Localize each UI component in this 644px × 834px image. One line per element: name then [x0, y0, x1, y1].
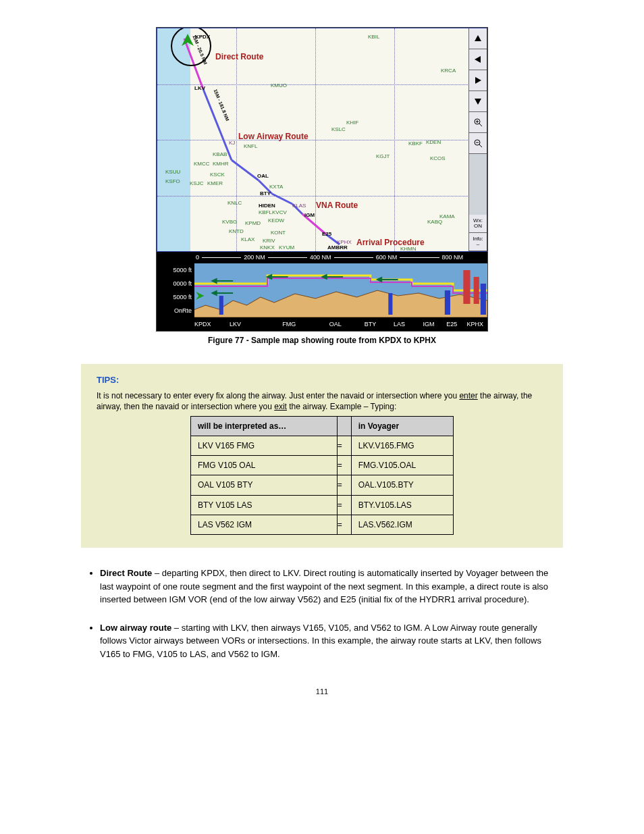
wp-kedw: KEDW [268, 217, 284, 224]
label-vna-route: VNA Route [316, 201, 358, 210]
info-toggle[interactable]: Info:– [469, 233, 487, 251]
table-row: LKV V165 FMG=LKV.V165.FMG [191, 436, 454, 456]
wp-kmhr: KMHR [213, 161, 229, 167]
wp-kvbg: KVBG [222, 219, 237, 225]
zoom-out-icon [474, 139, 482, 147]
profile-y-axis: 5000 ft 0000 ft 5000 ft OnRte [157, 263, 194, 317]
wp-ksuu: KSUU [165, 169, 180, 175]
map-controls: Wx:ON Info:– [468, 28, 487, 251]
wp-knfl: KNFL [244, 143, 257, 149]
wp-kj: KJ [229, 140, 235, 146]
tip-title: TIPS: [97, 374, 547, 386]
svg-line-2 [232, 160, 259, 180]
wp-kpmd: KPMD [245, 220, 261, 226]
zoom-in-button[interactable] [469, 112, 487, 133]
route-type-list: Direct Route – departing KPDX, then dire… [81, 567, 563, 660]
svg-rect-36 [481, 284, 486, 315]
label-direct-route: Direct Route [215, 52, 263, 61]
zoom-out-button[interactable] [469, 133, 487, 154]
wp-oal: OAL [257, 173, 269, 179]
wp-kcos: KCOS [430, 155, 446, 161]
wp-krca: KRCA [441, 68, 456, 74]
arrow-down-icon [474, 97, 482, 105]
wp-kyum: KYUM [279, 244, 294, 251]
wp-kpdx: KPDX [195, 34, 210, 40]
tip-box: TIPS: It is not necessary to enter every… [81, 364, 563, 548]
wp-ksjc: KSJC [190, 180, 203, 186]
svg-marker-10 [475, 56, 481, 63]
pan-right-button[interactable] [469, 70, 487, 91]
wp-knkx: KNKX [260, 244, 275, 251]
wp-kntd: KNTD [229, 228, 244, 234]
table-row: FMG V105 OAL=FMG.V105.OAL [191, 456, 454, 475]
profile-plot [192, 263, 487, 317]
svg-marker-11 [475, 77, 481, 84]
svg-line-18 [479, 145, 482, 147]
zoom-in-icon [474, 118, 482, 126]
svg-rect-34 [388, 293, 392, 315]
wp-knlc: KNLC [227, 200, 242, 206]
wp-bty: BTY [260, 190, 271, 197]
wp-klas: KLAS [292, 203, 306, 209]
list-item: Direct Route – departing KPDX, then dire… [100, 567, 563, 606]
wp-khif: KHIF [346, 120, 358, 126]
pan-up-button[interactable] [469, 28, 487, 49]
wp-kslc: KSLC [331, 126, 346, 132]
wp-ambrr: AMBRR [327, 244, 348, 251]
wp-kbfl: KBFL [259, 209, 272, 215]
svg-line-14 [479, 124, 482, 126]
wp-igm: IGM [304, 212, 315, 218]
wp-kmuo: KMUO [271, 82, 287, 88]
tip-intro: It is not necessary to enter every fix a… [97, 390, 547, 412]
pan-left-button[interactable] [469, 49, 487, 70]
wp-kabq: KABQ [427, 219, 442, 225]
wp-kvcv: KVCV [272, 209, 287, 215]
col-interpreted: will be interpreted as… [191, 416, 338, 436]
wp-khmn: KHMN [400, 246, 417, 252]
arrow-left-icon [474, 55, 482, 63]
arrow-right-icon [474, 76, 482, 84]
wp-kxta: KXTA [269, 184, 283, 190]
svg-rect-35 [445, 290, 450, 315]
table-row: BTY V105 LAS=BTY.V105.LAS [191, 495, 454, 515]
table-row: OAL V105 BTY=OAL.V105.BTY [191, 475, 454, 495]
list-item: Low airway route – starting with LKV, th… [100, 621, 563, 661]
wp-kgjt: KGJT [376, 153, 390, 159]
wp-klax: KLAX [241, 236, 254, 242]
wp-lkv: LKV [194, 85, 205, 91]
svg-rect-33 [219, 296, 223, 315]
route-figure: Direct Route Low Airway Route VNA Route … [156, 27, 488, 332]
col-sep [337, 416, 351, 436]
svg-rect-31 [463, 270, 470, 304]
wp-kbab: KBAB [213, 151, 227, 157]
wp-kont: KONT [271, 230, 286, 236]
svg-marker-9 [475, 35, 481, 41]
profile-x-axis: KPDX LKV FMG OAL BTY LAS IGM E25 KPHX [157, 317, 487, 331]
svg-marker-12 [475, 99, 481, 105]
wp-kmcc: KMCC [194, 161, 210, 167]
table-header-row: will be interpreted as… in Voyager [191, 416, 454, 436]
wp-kmer: KMER [207, 180, 223, 186]
map-view: Direct Route Low Airway Route VNA Route … [157, 28, 487, 252]
wp-kden: KDEN [426, 139, 441, 145]
vertical-profile: 5000 ft 0000 ft 5000 ft OnRte [157, 263, 487, 331]
wx-toggle[interactable]: Wx:ON [469, 215, 487, 233]
wp-kbkf: KBKF [408, 140, 423, 147]
label-low-airway: Low Airway Route [238, 132, 308, 141]
pan-down-button[interactable] [469, 91, 487, 112]
map-scale: 0 200 NM 400 NM 600 NM 800 NM [157, 252, 487, 263]
wp-kriv: KRIV [263, 238, 275, 244]
col-voyager: in Voyager [351, 416, 453, 436]
svg-rect-32 [474, 277, 479, 304]
wp-kbil: KBIL [368, 34, 379, 40]
figure-caption: Figure 77 - Sample map showing route fro… [81, 336, 563, 345]
wp-e25: E25 [322, 231, 331, 237]
airway-table: will be interpreted as… in Voyager LKV V… [190, 416, 454, 535]
table-row: LAS V562 IGM=LAS.V562.IGM [191, 515, 454, 534]
wp-hiden: HIDEN [259, 203, 275, 209]
wp-ksck: KSCK [210, 172, 225, 178]
arrow-up-icon [474, 34, 482, 43]
wp-ksfo: KSFO [165, 178, 180, 184]
page-number: 111 [81, 687, 563, 696]
